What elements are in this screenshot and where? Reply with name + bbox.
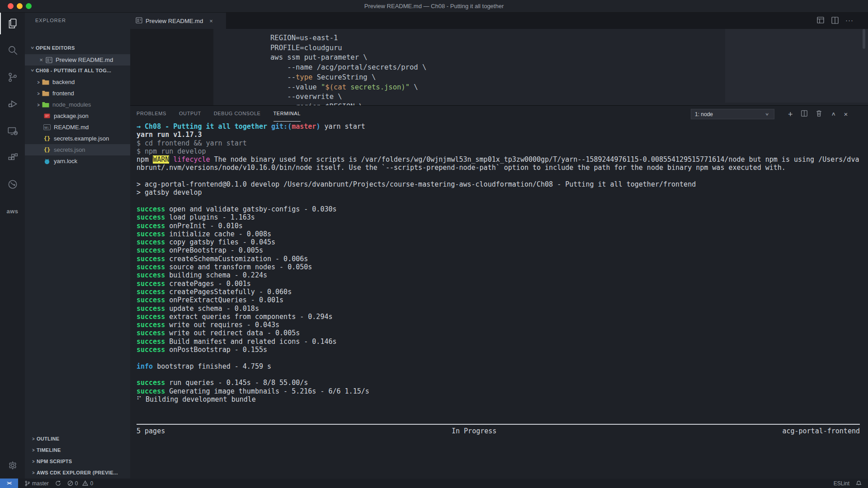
explorer-sidebar: EXPLORER > OPEN EDITORS × Preview README…: [25, 13, 130, 479]
new-terminal-icon[interactable]: +: [788, 111, 793, 117]
close-icon[interactable]: ×: [208, 18, 215, 24]
window-title: Preview README.md — Ch08 - Putting it al…: [0, 3, 868, 9]
terminal-line: → Ch08 - Putting it all together git:(ma…: [137, 122, 860, 131]
terminal-line: success onPreBootstrap - 0.005s: [137, 246, 860, 254]
terminal-line: success createPages - 0.001s: [137, 280, 860, 288]
chevron-right-icon: >: [31, 459, 36, 464]
aws-toolkit-icon[interactable]: aws: [0, 200, 25, 222]
npm-icon: [43, 113, 51, 119]
maximize-panel-icon[interactable]: >: [830, 111, 836, 117]
terminal-line: success onPreInit - 0.010s: [137, 222, 860, 230]
chevron-right-icon: >: [31, 470, 36, 475]
eslint-status[interactable]: ESLint: [834, 480, 849, 487]
tree-item-yarn-lock[interactable]: yarn.lock: [25, 155, 130, 167]
panel-tab-terminal[interactable]: TERMINAL: [274, 106, 301, 122]
terminal-panel: PROBLEMSOUTPUTDEBUG CONSOLETERMINAL 1: n…: [130, 105, 868, 479]
braces-icon: {}: [43, 136, 51, 142]
terminal-line: > acg-portal-frontend@0.1.0 develop /Use…: [137, 180, 860, 188]
folder-node-icon: [42, 102, 50, 108]
terminal-line: > gatsby develop: [137, 188, 860, 197]
terminal-line: success createPagesStatefully - 0.060s: [137, 288, 860, 296]
editor-scrollbar[interactable]: [863, 29, 865, 49]
file-tree: >backend>frontend>node_modulespackage.js…: [25, 76, 130, 167]
terminal-line: success source and transform nodes - 0.0…: [137, 263, 860, 271]
search-icon[interactable]: [0, 39, 25, 61]
terminal-line: [137, 371, 860, 379]
tree-item-label: README.md: [54, 124, 89, 131]
terminal-line: success building schema - 0.224s: [137, 271, 860, 279]
folder-icon: [42, 79, 50, 85]
tree-item-label: secrets.example.json: [54, 135, 109, 142]
terminal-line: $ npm run develop: [137, 147, 860, 155]
section-aws-cdk-explorer-previe-[interactable]: >AWS CDK EXPLORER (PREVIE...: [25, 467, 130, 478]
tree-item-frontend[interactable]: >frontend: [25, 88, 130, 99]
chevron-down-icon: >: [30, 45, 35, 50]
terminal-line: ⠋ Building development bundle: [137, 395, 860, 404]
panel-tab-output[interactable]: OUTPUT: [179, 106, 201, 121]
panel-actions: + > ×: [788, 109, 848, 119]
git-branch-item[interactable]: master: [24, 480, 49, 487]
test-tool-icon[interactable]: [0, 174, 25, 195]
open-preview-icon[interactable]: [816, 16, 825, 26]
chevron-right-icon: >: [36, 102, 41, 108]
terminal-line: [137, 172, 860, 180]
panel-tab-problems[interactable]: PROBLEMS: [137, 106, 166, 121]
chevron-right-icon: >: [31, 436, 36, 441]
tree-item-backend[interactable]: >backend: [25, 76, 130, 88]
tree-item-package-json[interactable]: package.json: [25, 110, 130, 122]
terminal-line: yarn run v1.17.3: [137, 131, 860, 139]
tree-item-node-modules[interactable]: >node_modules: [25, 99, 130, 110]
section-timeline[interactable]: >TIMELINE: [25, 444, 130, 455]
terminal-line: success initialize cache - 0.008s: [137, 230, 860, 238]
terminal-line: [137, 197, 860, 205]
tab-preview-readme[interactable]: Preview README.md ×: [130, 13, 226, 29]
folder-icon: [42, 90, 50, 96]
split-terminal-icon[interactable]: [801, 110, 808, 119]
tree-item-secrets-example-json[interactable]: {}secrets.example.json: [25, 133, 130, 144]
close-panel-icon[interactable]: ×: [844, 110, 848, 118]
terminal-line: [137, 354, 860, 362]
problems-item[interactable]: 0 0: [67, 480, 93, 487]
terminal-line: success Generating image thumbnails - 5.…: [137, 387, 860, 395]
tree-item-secrets-json[interactable]: {}secrets.json: [25, 144, 130, 155]
terminal-line: success createSchemaCustomization - 0.00…: [137, 255, 860, 263]
remote-explorer-icon[interactable]: [0, 120, 25, 142]
project-section-header[interactable]: > CH08 - PUTTING IT ALL TOG...: [25, 65, 130, 75]
markdown-preview-icon: [136, 17, 142, 25]
sync-changes-item[interactable]: [55, 480, 61, 486]
extensions-icon[interactable]: [0, 147, 25, 169]
terminal-line: success extract queries from components …: [137, 313, 860, 321]
remote-indicator[interactable]: ><: [0, 479, 18, 488]
run-debug-icon[interactable]: [0, 93, 25, 115]
yarn-icon: [43, 158, 51, 164]
tree-item-label: backend: [52, 79, 75, 85]
terminal-line: success write out requires - 0.043s: [137, 321, 860, 329]
chevron-right-icon: >: [31, 447, 36, 453]
terminal-status-left: 5 pages: [137, 427, 165, 435]
manage-gear-icon[interactable]: [0, 455, 25, 476]
tree-item-readme-md[interactable]: M↓README.md: [25, 122, 130, 133]
section-outline[interactable]: >OUTLINE: [25, 433, 130, 444]
section-npm-scripts[interactable]: >NPM SCRIPTS: [25, 455, 130, 467]
panel-tab-debug-console[interactable]: DEBUG CONSOLE: [214, 106, 261, 121]
open-editors-header[interactable]: > OPEN EDITORS: [25, 42, 130, 53]
terminal-separator-line: [137, 424, 860, 425]
source-control-icon[interactable]: [0, 66, 25, 88]
branch-icon: [24, 480, 30, 487]
more-actions-icon[interactable]: ···: [845, 16, 854, 26]
explorer-icon[interactable]: [0, 13, 25, 34]
open-editor-label: Preview README.md: [56, 56, 113, 63]
sidebar-bottom-sections: >OUTLINE>TIMELINE>NPM SCRIPTS>AWS CDK EX…: [25, 433, 130, 478]
terminal-select[interactable]: 1: node >: [691, 109, 774, 119]
terminal-line: npm WARN lifecycle The node binary used …: [137, 155, 860, 172]
split-editor-icon[interactable]: [831, 16, 839, 26]
terminal-line: info bootstrap finished - 4.759 s: [137, 362, 860, 371]
terminal-line: success open and validate gatsby-configs…: [137, 205, 860, 213]
md-icon: M↓: [43, 124, 51, 130]
editor-tab-bar: Preview README.md × ···: [130, 13, 868, 29]
status-bar: >< master 0 0 ESLint: [0, 479, 868, 488]
open-editor-item[interactable]: × Preview README.md: [25, 54, 130, 66]
notifications-bell-icon[interactable]: [856, 480, 862, 487]
close-icon[interactable]: ×: [38, 56, 45, 63]
kill-terminal-icon[interactable]: [816, 110, 822, 119]
